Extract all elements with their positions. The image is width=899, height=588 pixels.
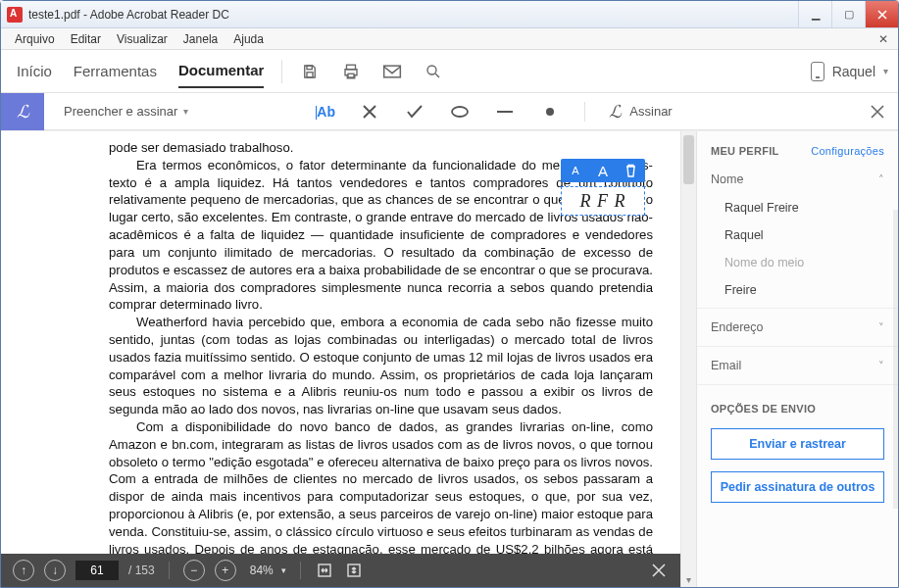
- svg-point-8: [546, 108, 554, 116]
- circle-tool[interactable]: [449, 101, 471, 122]
- middle-name-item[interactable]: Nome do meio: [697, 249, 898, 276]
- zoom-out-button[interactable]: −: [183, 560, 205, 581]
- svg-rect-3: [348, 74, 354, 77]
- menu-bar: Arquivo Editar Visualizar Janela Ajuda ✕: [1, 28, 898, 50]
- email-section-toggle[interactable]: Email ˅: [697, 351, 898, 380]
- document-area[interactable]: pode ser demasiado trabalhoso. Era termo…: [1, 131, 696, 587]
- address-label: Endereço: [711, 320, 764, 334]
- svg-point-6: [452, 107, 468, 117]
- tab-documentar[interactable]: Documentar: [178, 54, 265, 88]
- delete-signature-button[interactable]: [622, 162, 639, 179]
- fill-sign-dropdown[interactable]: Preencher e assinar ▾: [56, 100, 196, 122]
- signature-annotation[interactable]: A A R F R: [561, 159, 645, 216]
- signature-icon: ℒ: [609, 101, 622, 122]
- tab-ferramentas[interactable]: Ferramentas: [74, 55, 157, 87]
- checkmark-tool[interactable]: [404, 101, 425, 122]
- sign-label: Assinar: [629, 104, 672, 119]
- address-section-toggle[interactable]: Endereço ˅: [697, 313, 898, 342]
- chevron-down-icon: ▾: [883, 66, 888, 76]
- window-minimize-button[interactable]: [798, 1, 831, 27]
- close-toolbar-button[interactable]: [871, 105, 884, 119]
- fill-sign-toolbar: ℒ Preencher e assinar ▾ Ab ℒ: [1, 93, 898, 130]
- svg-rect-0: [307, 66, 312, 70]
- profile-heading: MEU PERFIL: [711, 145, 779, 157]
- dot-tool[interactable]: [539, 101, 561, 122]
- sign-button[interactable]: ℒ Assinar: [609, 101, 672, 122]
- search-icon[interactable]: [424, 62, 443, 81]
- window-maximize-button[interactable]: [831, 1, 865, 27]
- email-icon[interactable]: [382, 62, 402, 81]
- zoom-value: 84%: [246, 564, 277, 577]
- close-pager-button[interactable]: [649, 561, 669, 580]
- page-total: / 153: [128, 564, 155, 577]
- first-name-item[interactable]: Raquel: [697, 221, 898, 249]
- settings-link[interactable]: Configurações: [811, 145, 884, 157]
- svg-point-5: [427, 66, 436, 74]
- zoom-in-button[interactable]: +: [215, 560, 236, 581]
- page-number-input[interactable]: [75, 561, 119, 580]
- doc-text: Weatherford havia percebido que, embora …: [109, 314, 653, 418]
- full-name-item[interactable]: Raquel Freire: [697, 194, 898, 221]
- panel-scrollbar[interactable]: [893, 210, 898, 509]
- menu-arquivo[interactable]: Arquivo: [7, 32, 63, 46]
- user-menu[interactable]: Raquel ▾: [811, 62, 888, 81]
- svg-rect-4: [384, 66, 401, 77]
- app-icon: [7, 7, 23, 23]
- menu-close-button[interactable]: ✕: [874, 32, 892, 46]
- name-section-toggle[interactable]: Nome ˄: [697, 165, 898, 194]
- decrease-size-button[interactable]: A: [567, 162, 584, 179]
- user-name: Raquel: [832, 64, 875, 79]
- doc-text: Com a disponibilidade do novo banco de d…: [109, 418, 653, 575]
- mobile-icon: [811, 62, 824, 81]
- tab-inicio[interactable]: Início: [17, 55, 52, 87]
- menu-visualizar[interactable]: Visualizar: [109, 32, 175, 46]
- print-icon[interactable]: [341, 62, 361, 81]
- x-mark-tool[interactable]: [359, 101, 380, 122]
- name-label: Nome: [711, 172, 743, 186]
- email-label: Email: [711, 359, 741, 372]
- primary-toolbar: Início Ferramentas Documentar Raquel ▾: [1, 50, 898, 93]
- chevron-down-icon: ▾: [281, 565, 286, 575]
- scrollbar-thumb[interactable]: [683, 135, 694, 184]
- chevron-up-icon: ˄: [878, 173, 884, 186]
- line-tool[interactable]: [494, 101, 516, 122]
- send-options-heading: OPÇÕES DE ENVIO: [697, 389, 898, 422]
- fill-sign-dropdown-label: Preencher e assinar: [64, 104, 177, 119]
- chevron-down-icon: ˅: [878, 360, 884, 372]
- add-text-tool[interactable]: Ab: [314, 101, 335, 122]
- scroll-down-button[interactable]: ▾: [681, 571, 696, 587]
- last-name-item[interactable]: Freire: [697, 276, 898, 304]
- vertical-scrollbar[interactable]: ▴ ▾: [680, 131, 696, 587]
- window-title: teste1.pdf - Adobe Acrobat Reader DC: [28, 8, 798, 22]
- fill-sign-tool-icon[interactable]: ℒ: [1, 93, 44, 130]
- doc-text: pode ser demasiado trabalhoso.: [109, 139, 653, 157]
- save-icon[interactable]: [300, 62, 320, 81]
- signature-box[interactable]: R F R: [561, 186, 645, 216]
- page-up-button[interactable]: ↑: [13, 560, 34, 581]
- signature-toolbar: A A: [561, 159, 645, 182]
- window-close-button[interactable]: [865, 1, 898, 27]
- send-track-button[interactable]: Enviar e rastrear: [711, 428, 884, 460]
- window-titlebar: teste1.pdf - Adobe Acrobat Reader DC: [1, 1, 898, 28]
- menu-ajuda[interactable]: Ajuda: [225, 32, 272, 46]
- request-signature-button[interactable]: Pedir assinatura de outros: [711, 471, 884, 503]
- menu-janela[interactable]: Janela: [175, 32, 225, 46]
- page-down-button[interactable]: ↓: [44, 560, 66, 581]
- menu-editar[interactable]: Editar: [63, 32, 109, 46]
- svg-rect-2: [347, 65, 356, 70]
- chevron-down-icon: ˅: [878, 321, 884, 334]
- increase-size-button[interactable]: A: [594, 162, 612, 179]
- page-controls-bar: ↑ ↓ / 153 − + 84% ▾: [1, 554, 680, 587]
- svg-rect-1: [307, 72, 313, 76]
- right-panel: MEU PERFIL Configurações Nome ˄ Raquel F…: [696, 131, 898, 587]
- chevron-down-icon: ▾: [183, 106, 188, 117]
- zoom-dropdown[interactable]: 84% ▾: [246, 564, 286, 577]
- fit-width-button[interactable]: [315, 561, 334, 580]
- fit-page-button[interactable]: [344, 561, 364, 580]
